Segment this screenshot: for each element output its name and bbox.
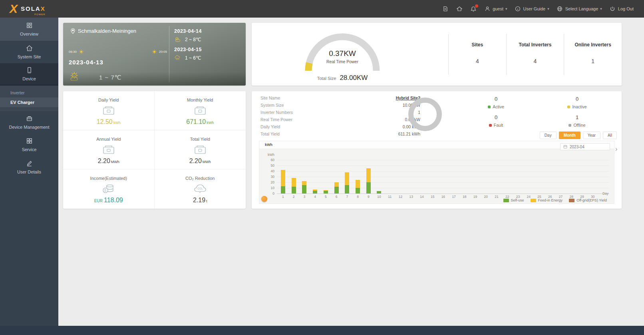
tab-kwh[interactable]: kWh: [265, 143, 272, 147]
user-guide-menu[interactable]: User Guide ▾: [515, 6, 549, 12]
status-offline: 1Offline: [537, 112, 618, 130]
site-detail-row: Daily Yield0.00 kWh: [260, 123, 420, 130]
period-tab-year[interactable]: Year: [583, 132, 600, 139]
user-icon: [484, 6, 491, 12]
status-label-line: Offline: [537, 123, 618, 128]
brand-name: SOLAX: [21, 5, 46, 12]
yield-value: 2.20MWh: [189, 158, 211, 165]
chevron-down-icon: ▾: [600, 7, 602, 11]
sidebar-item-system-site[interactable]: System Site: [0, 41, 58, 63]
y-tick-label: 50: [259, 164, 274, 168]
bar-self-use-day-9[interactable]: [366, 182, 371, 193]
expand-chevron-icon[interactable]: ›: [615, 146, 617, 153]
detail-label: Inverter Numbers: [260, 110, 293, 115]
yield-value: EUR118.09: [94, 197, 123, 204]
site-detail-row: System Size10.00 kW: [260, 102, 420, 109]
detail-value: 611.21 kWh: [398, 132, 420, 136]
sidebar-item-device-management[interactable]: Device Management: [0, 111, 58, 134]
notification-bell-icon[interactable]: [470, 6, 477, 12]
sidebar-item-label: Device: [22, 76, 36, 81]
logout-button[interactable]: Log Out: [609, 6, 634, 12]
bar-self-use-day-6[interactable]: [334, 187, 339, 193]
status-label-line: Inactive: [537, 104, 618, 109]
bar-slot-20: 20: [481, 160, 491, 193]
top-bar-actions: guest ▾ User Guide ▾ Select Language ▾ L…: [442, 6, 634, 12]
stat-total-inverters: Total Inverters4: [506, 34, 564, 75]
sidebar-item-user-details[interactable]: User Details: [0, 156, 58, 178]
legend-item-feed-in-energy[interactable]: Feed-in Energy: [531, 198, 563, 202]
forecast-row: 2023-04-151 ~ 6℃: [174, 47, 242, 61]
user-menu[interactable]: guest ▾: [484, 6, 507, 12]
site-detail-row: Inverter Numbers1: [260, 109, 420, 116]
bar-self-use-day-10[interactable]: [377, 191, 381, 193]
stat-label: Sites: [449, 42, 506, 48]
sidebar-item-device[interactable]: Device: [0, 63, 58, 86]
forecast-row: 2023-04-142 ~ 8℃: [174, 28, 242, 43]
yield-label: Monthly Yield: [187, 98, 213, 102]
bar-slot-24: 24: [523, 160, 534, 193]
period-tab-month[interactable]: Month: [559, 132, 580, 139]
status-count: 0: [455, 114, 537, 120]
yield-label: Annual Yield: [96, 137, 121, 142]
bar-feed-in-energy-day-6[interactable]: [334, 182, 339, 187]
gauge-value-arc: [308, 63, 309, 71]
bar-self-use-day-8[interactable]: [356, 188, 360, 193]
x-tick-label: 9: [363, 195, 374, 199]
bar-feed-in-energy-day-3[interactable]: [302, 181, 306, 185]
x-tick-label: 4: [310, 195, 320, 199]
bar-self-use-day-5[interactable]: [324, 191, 328, 193]
yield-value: 2.20MWh: [98, 158, 119, 165]
sidebar-item-overview[interactable]: Overview: [0, 18, 58, 41]
svg-text:CO₂: CO₂: [197, 187, 203, 190]
language-label: Select Language: [565, 6, 598, 11]
chevron-down-icon: ▾: [505, 7, 507, 11]
sidebar-subitem-inverter[interactable]: Inverter: [0, 88, 58, 98]
yield-value: 671.10kWh: [186, 118, 214, 126]
report-icon[interactable]: [442, 6, 449, 12]
realtime-power-label: Real Time Power: [298, 59, 386, 64]
date-picker[interactable]: 2023-04: [560, 143, 610, 150]
period-tab-all[interactable]: All: [603, 132, 617, 139]
status-label: Fault: [494, 123, 503, 128]
bar-feed-in-energy-day-9[interactable]: [366, 168, 371, 182]
user-details-icon: [26, 160, 33, 167]
home-icon[interactable]: [456, 6, 463, 12]
y-tick-label: 20: [259, 180, 274, 184]
notification-badge: [475, 4, 478, 8]
sidebar-item-label: System Site: [18, 54, 41, 59]
bar-self-use-day-2[interactable]: [292, 187, 296, 193]
currency-label: EUR: [94, 199, 103, 203]
legend-item-self-use[interactable]: Self-use: [503, 198, 524, 202]
bar-self-use-day-7[interactable]: [345, 185, 349, 193]
y-tick-label: 40: [259, 169, 274, 173]
weather-location: Schmalkalden-Meiningen: [70, 28, 136, 34]
bar-slot-14: 14: [417, 160, 427, 193]
brand-logo[interactable]: X SOLAX POWER: [10, 3, 46, 15]
yield-label: CO₂ Reduction: [185, 176, 215, 181]
yield-value: 2.19t: [193, 197, 207, 204]
legend-item-off-grid-eps-yield[interactable]: Off-grid(EPS) Yield: [569, 198, 607, 202]
period-tab-day[interactable]: Day: [540, 132, 557, 139]
language-menu[interactable]: Select Language ▾: [557, 6, 602, 12]
status-dot: [488, 106, 491, 108]
bar-feed-in-energy-day-2[interactable]: [292, 178, 296, 187]
bar-feed-in-energy-day-1[interactable]: [281, 170, 285, 186]
sun-icon: [152, 49, 157, 54]
bar-feed-in-energy-day-7[interactable]: [345, 172, 349, 185]
detail-label: System Size: [260, 103, 284, 108]
sidebar-subitem-ev-charger[interactable]: EV Charger: [0, 98, 58, 107]
bar-slot-4: 4: [310, 160, 320, 193]
yield-unit: kWh: [207, 121, 214, 125]
floating-helper-button[interactable]: [261, 196, 267, 202]
bar-self-use-day-3[interactable]: [302, 185, 306, 193]
yield-card-income-estimated-: Income(Estimated)EUR118.09: [63, 169, 155, 209]
x-tick-label: 11: [384, 195, 395, 199]
bar-feed-in-energy-day-8[interactable]: [356, 180, 360, 188]
yield-card-co-reduction: CO₂ ReductionCO₂2.19t: [155, 169, 246, 209]
bar-self-use-day-4[interactable]: [313, 191, 317, 193]
sidebar: OverviewSystem SiteDeviceInverterEV Char…: [0, 18, 58, 326]
stat-value: 1: [564, 58, 622, 64]
sidebar-item-service[interactable]: Service: [0, 134, 58, 156]
legend-label: Off-grid(EPS) Yield: [576, 198, 607, 202]
bar-self-use-day-1[interactable]: [281, 186, 285, 193]
